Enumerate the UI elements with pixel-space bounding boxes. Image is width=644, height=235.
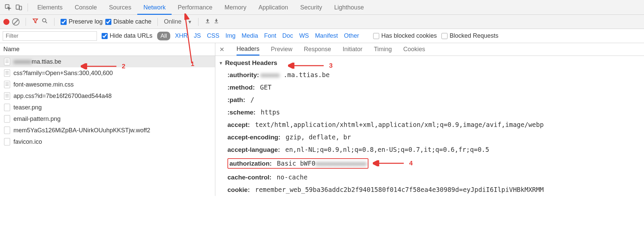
- header-key: :method:: [227, 84, 255, 91]
- throttling-value: Online: [164, 18, 181, 25]
- file-icon: [4, 104, 10, 111]
- type-filter-js[interactable]: JS: [194, 32, 201, 39]
- file-icon: [4, 115, 10, 123]
- header-value: https: [257, 108, 280, 116]
- device-toolbar-icon[interactable]: [13, 2, 24, 13]
- annotation-label-1: 1: [191, 60, 194, 68]
- header-row: accept-language: en,nl-NL;q=0.9,nl;q=0.8…: [215, 143, 644, 156]
- hide-data-urls-checkbox[interactable]: Hide data URLs: [102, 32, 152, 39]
- request-name: mem5YaGs126MiZpBA-UNirkOUuhpKKSTjw.woff2: [13, 127, 150, 134]
- main-tab-network[interactable]: Network: [137, 0, 172, 15]
- request-row[interactable]: email-pattern.png: [0, 113, 215, 125]
- file-icon: [4, 138, 10, 145]
- request-row[interactable]: xxxxxxma.ttias.be: [0, 56, 215, 67]
- inspect-element-icon[interactable]: [3, 2, 13, 13]
- section-title: Request Headers: [225, 59, 277, 67]
- search-icon[interactable]: [41, 18, 48, 26]
- filter-input[interactable]: [3, 31, 97, 41]
- blocked-requests-checkbox[interactable]: Blocked Requests: [441, 32, 498, 39]
- request-name: css?family=Open+Sans:300,400,600: [13, 70, 113, 77]
- header-value: Basic bWF0xxxxxxxxxxxxxxxx: [273, 160, 367, 167]
- preserve-log-checkbox[interactable]: Preserve log: [61, 18, 103, 25]
- request-row[interactable]: favicon.ico: [0, 136, 215, 147]
- detail-tab-cookies[interactable]: Cookies: [403, 43, 425, 56]
- divider: [28, 3, 28, 11]
- main-tab-performance[interactable]: Performance: [172, 0, 218, 15]
- header-value: GET: [256, 83, 272, 91]
- header-row: :path: /: [215, 94, 644, 106]
- request-headers-section[interactable]: ▼ Request Headers: [215, 56, 644, 69]
- request-row[interactable]: app.css?id=7be16f26700aed544a48: [0, 90, 215, 102]
- svg-rect-1: [16, 5, 19, 9]
- type-filter-doc[interactable]: Doc: [282, 32, 293, 39]
- upload-har-icon[interactable]: [205, 18, 211, 26]
- main-tab-sources[interactable]: Sources: [103, 0, 137, 15]
- type-filter-manifest[interactable]: Manifest: [315, 32, 338, 39]
- main-tab-application[interactable]: Application: [252, 0, 294, 15]
- header-key: :authority:: [227, 71, 259, 78]
- request-name: font-awesome.min.css: [13, 81, 74, 88]
- header-value: remember_web_59ba36addc2b2f9401580f014c7…: [251, 186, 544, 193]
- type-filter-xhr[interactable]: XHR: [175, 32, 188, 39]
- filter-icon[interactable]: [32, 18, 39, 26]
- download-har-icon[interactable]: [213, 18, 219, 26]
- header-value: gzip, deflate, br: [282, 133, 351, 141]
- type-filter-css[interactable]: CSS: [207, 32, 219, 39]
- type-filter-media[interactable]: Media: [242, 32, 258, 39]
- type-filter-img[interactable]: Img: [225, 32, 236, 39]
- svg-point-3: [42, 19, 46, 22]
- header-value: no-cache: [273, 173, 308, 181]
- svg-rect-2: [20, 6, 22, 10]
- network-toolbar: Preserve log Disable cache Online ▼: [0, 15, 644, 29]
- disclosure-triangle-icon: ▼: [219, 61, 223, 66]
- type-filter-ws[interactable]: WS: [299, 32, 309, 39]
- has-blocked-cookies-checkbox[interactable]: Has blocked cookies: [373, 32, 437, 39]
- detail-tab-timing[interactable]: Timing: [374, 43, 392, 56]
- request-row[interactable]: teaser.png: [0, 102, 215, 113]
- main-tab-lighthouse[interactable]: Lighthouse: [328, 0, 370, 15]
- main-tab-console[interactable]: Console: [69, 0, 103, 15]
- header-value: text/html,application/xhtml+xml,applicat…: [251, 121, 544, 128]
- request-list: Name xxxxxxma.ttias.becss?family=Open+Sa…: [0, 43, 215, 196]
- header-lines: :authority:xxxxxx .ma.ttias.be:method: G…: [215, 69, 644, 196]
- divider: [157, 18, 158, 26]
- column-header-name[interactable]: Name: [0, 43, 215, 56]
- file-icon: [4, 81, 10, 88]
- disable-cache-checkbox[interactable]: Disable cache: [105, 18, 151, 25]
- file-icon: [4, 69, 10, 77]
- header-key: :scheme:: [227, 109, 255, 116]
- type-filter-font[interactable]: Font: [264, 32, 276, 39]
- header-value: /: [247, 96, 254, 103]
- header-key: accept:: [227, 121, 250, 128]
- filter-bar: Hide data URLs All XHRJSCSSImgMediaFontD…: [0, 29, 644, 43]
- header-row: :authority:xxxxxx .ma.ttias.be: [215, 69, 644, 81]
- close-icon[interactable]: ✕: [217, 46, 226, 53]
- devtools-tabbar: ElementsConsoleSourcesNetworkPerformance…: [0, 0, 644, 15]
- request-row[interactable]: font-awesome.min.css: [0, 79, 215, 90]
- throttling-select[interactable]: Online ▼: [164, 18, 192, 25]
- hide-data-urls-label: Hide data URLs: [110, 32, 152, 39]
- main-tab-security[interactable]: Security: [294, 0, 328, 15]
- detail-tab-preview[interactable]: Preview: [271, 43, 292, 56]
- header-row: :method: GET: [215, 81, 644, 94]
- detail-tab-response[interactable]: Response: [304, 43, 331, 56]
- main-tab-elements[interactable]: Elements: [31, 0, 69, 15]
- type-filter-other[interactable]: Other: [344, 32, 359, 39]
- clear-button[interactable]: [12, 18, 20, 26]
- header-row: accept: text/html,application/xhtml+xml,…: [215, 119, 644, 131]
- svg-rect-6: [215, 23, 218, 23]
- disable-cache-label: Disable cache: [113, 18, 151, 25]
- header-key: authorization:: [229, 160, 272, 167]
- header-row: cookie: remember_web_59ba36addc2b2f94015…: [215, 183, 644, 196]
- file-icon: [4, 127, 10, 134]
- request-row[interactable]: mem5YaGs126MiZpBA-UNirkOUuhpKKSTjw.woff2: [0, 125, 215, 136]
- detail-tab-initiator[interactable]: Initiator: [343, 43, 362, 56]
- header-key: accept-language:: [227, 146, 280, 153]
- detail-tab-headers[interactable]: Headers: [237, 43, 259, 56]
- main-tab-memory[interactable]: Memory: [218, 0, 252, 15]
- request-name: email-pattern.png: [13, 115, 61, 123]
- file-icon: [4, 58, 10, 65]
- type-filter-all[interactable]: All: [157, 32, 170, 40]
- record-button[interactable]: [3, 19, 9, 25]
- request-row[interactable]: css?family=Open+Sans:300,400,600: [0, 67, 215, 79]
